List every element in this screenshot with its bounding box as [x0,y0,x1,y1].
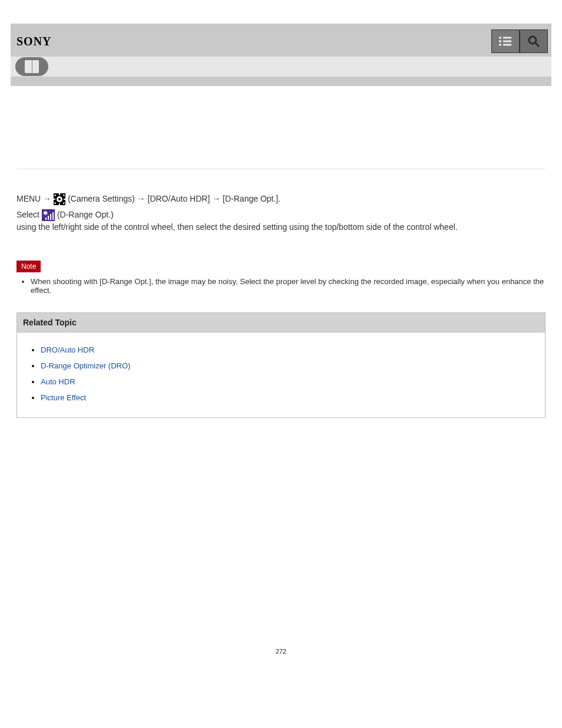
header-sub-bar [11,57,551,77]
search-icon [527,35,540,48]
svg-point-2 [499,40,501,42]
related-link-item: DRO/Auto HDR [41,345,537,354]
search-button[interactable] [520,29,548,53]
settings-gear-icon [54,193,65,205]
sony-logo: SONY [14,35,52,48]
svg-point-6 [529,37,536,44]
related-link[interactable]: Auto HDR [41,377,75,386]
svg-rect-1 [503,37,511,39]
content-divider [16,169,546,169]
page-number: 272 [16,648,546,673]
svg-rect-3 [503,41,511,42]
related-link[interactable]: DRO/Auto HDR [41,345,94,354]
select-line: Select (D-Range Opt.) using the left/rig… [16,209,546,233]
svg-rect-5 [503,44,511,46]
svg-rect-12 [59,203,60,205]
menu-path-line: MENU → [16,193,546,205]
settings-label: (Camera Settings) → [DRO/Auto HDR] → [D-… [68,193,280,205]
list-icon [498,36,513,47]
note-list: When shooting with [D-Range Opt.], the i… [16,277,546,295]
svg-rect-11 [59,193,60,195]
article-content: MENU → [0,86,562,673]
svg-rect-13 [54,199,55,200]
svg-point-4 [499,44,501,46]
svg-line-7 [535,43,539,47]
svg-rect-14 [64,199,65,200]
dro-label: (D-Range Opt.) [57,209,114,221]
related-link[interactable]: Picture Effect [41,393,86,402]
related-link-item: Picture Effect [41,393,537,402]
related-link-item: Auto HDR [41,377,537,386]
related-link[interactable]: D-Range Optimizer (DRO) [41,361,130,370]
header-buttons [491,29,548,53]
header-top-bar: SONY [11,24,551,57]
related-topic-body: DRO/Auto HDR D-Range Optimizer (DRO) Aut… [17,332,545,417]
body-text: MENU → [16,193,546,233]
related-link-item: D-Range Optimizer (DRO) [41,361,537,370]
header-gap [11,77,551,86]
page-header: SONY [11,24,551,86]
note-item: When shooting with [D-Range Opt.], the i… [31,277,546,295]
svg-point-0 [499,37,501,39]
menu-button[interactable] [491,29,520,53]
svg-point-10 [58,198,61,200]
related-topic-box: Related Topic DRO/Auto HDR D-Range Optim… [16,312,546,418]
help-guide-icon [15,57,48,76]
note-badge: Note [16,261,41,272]
menu-path-prefix: MENU → [16,193,51,205]
dro-icon [42,209,55,221]
note-section: Note When shooting with [D-Range Opt.], … [16,237,546,295]
select-suffix: using the left/right side of the control… [16,221,458,233]
related-topic-header: Related Topic [17,313,545,332]
select-prefix: Select [16,209,39,221]
